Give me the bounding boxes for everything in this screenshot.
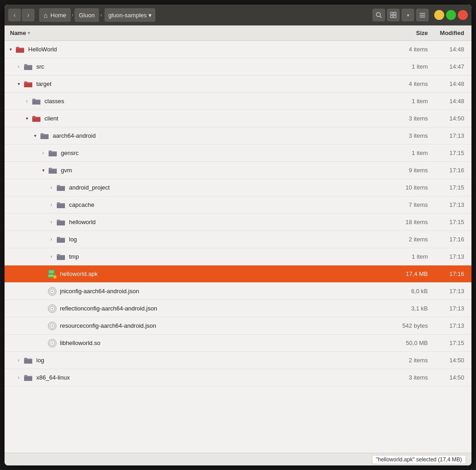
list-item[interactable]: › helloworld 18 items 17:15 [5, 214, 471, 231]
expand-button[interactable]: › [47, 253, 55, 261]
file-name-label: helloworld.apk [60, 270, 98, 277]
expand-button[interactable]: › [47, 201, 55, 209]
statusbar: "helloworld.apk" selected (17,4 MB) [5, 453, 471, 465]
list-item[interactable]: › x86_64-linux 3 items 14:50 [5, 369, 471, 386]
grid-view-icon [390, 12, 397, 18]
modified-cell: 14:48 [435, 80, 471, 87]
size-cell: 1 item [385, 253, 435, 260]
modified-cell: 17:16 [435, 270, 471, 277]
col-modified-header[interactable]: Modified [435, 30, 471, 36]
menu-button[interactable] [416, 9, 429, 21]
hamburger-icon [419, 13, 426, 18]
list-item[interactable]: › android_project 10 items 17:15 [5, 179, 471, 196]
list-item[interactable]: › tmp 1 item 17:13 [5, 248, 471, 265]
file-name-label: android_project [69, 184, 110, 191]
file-name-label: classes [45, 98, 64, 105]
modified-cell: 14:50 [435, 357, 471, 364]
folder-icon [15, 45, 25, 54]
breadcrumb-home-label: Home [50, 12, 66, 19]
expand-button[interactable]: › [15, 374, 23, 382]
collapse-button[interactable]: ▾ [6, 45, 15, 54]
file-name-label: resourceconfig-aarch64-android.json [60, 322, 156, 329]
view-grid-button[interactable] [387, 9, 400, 21]
no-expander [39, 322, 47, 330]
modified-cell: 14:48 [435, 46, 471, 53]
folder-icon [23, 373, 34, 382]
size-cell: 2 items [385, 236, 435, 243]
file-name-label: x86_64-linux [36, 374, 70, 381]
list-item[interactable]: › classes 1 item 14:48 [5, 93, 471, 110]
modified-col-label: Modified [440, 30, 464, 36]
modified-cell: 14:50 [435, 374, 471, 381]
list-item[interactable]: jniconfig-aarch64-android.json 6,0 kB 17… [5, 283, 471, 300]
expand-button[interactable]: › [47, 184, 55, 192]
modified-cell: 17:15 [435, 219, 471, 225]
file-name-cell: jniconfig-aarch64-android.json [5, 286, 385, 296]
breadcrumb: ⌂ Home › Gluon › gluon-samples ▾ [39, 8, 367, 22]
close-button[interactable]: ✕ [458, 10, 468, 20]
size-cell: 1 item [385, 98, 435, 105]
forward-button[interactable]: › [22, 9, 35, 21]
file-name-cell: libhelloworld.so [5, 338, 385, 348]
list-item[interactable]: › gensrc 1 item 17:15 [5, 145, 471, 162]
breadcrumb-sep1: › [71, 12, 74, 18]
modified-cell: 17:15 [435, 150, 471, 156]
breadcrumb-gluon[interactable]: Gluon [74, 8, 99, 22]
list-item[interactable]: › src 1 item 14:47 [5, 58, 471, 75]
file-name-label: HelloWorld [28, 46, 57, 53]
list-item[interactable]: › log 2 items 17:16 [5, 231, 471, 248]
file-name-label: jniconfig-aarch64-android.json [60, 288, 139, 295]
folder-icon [55, 183, 66, 192]
back-button[interactable]: ‹ [8, 9, 21, 21]
search-button[interactable] [372, 9, 385, 21]
list-item[interactable]: APK ! helloworld.apk 17,4 MB 17:16 [5, 265, 471, 283]
no-expander [39, 339, 47, 347]
collapse-button[interactable]: ▾ [39, 166, 47, 175]
col-name-header[interactable]: Name ▾ [5, 30, 385, 36]
expand-button[interactable]: › [47, 218, 55, 226]
modified-cell: 17:13 [435, 132, 471, 139]
list-item[interactable]: ▾ gvm 9 items 17:16 [5, 162, 471, 179]
maximize-button[interactable]: □ [446, 10, 456, 20]
list-item[interactable]: ▾ aarch64-android 3 items 17:13 [5, 127, 471, 145]
list-item[interactable]: ▾ client 3 items 14:50 [5, 110, 471, 127]
file-name-label: capcache [69, 201, 94, 208]
minimize-button[interactable]: − [434, 10, 444, 20]
list-item[interactable]: ▾ HelloWorld 4 items 14:48 [5, 41, 471, 58]
expand-button[interactable]: › [15, 356, 23, 365]
no-expander [39, 270, 47, 278]
breadcrumb-home[interactable]: ⌂ Home [39, 8, 71, 22]
list-item[interactable]: › capcache 7 items 17:13 [5, 196, 471, 214]
view-dropdown-button[interactable]: ▾ [402, 9, 414, 21]
col-size-header[interactable]: Size [385, 30, 435, 36]
file-manager-window: ‹ › ⌂ Home › Gluon › gluon-samples ▾ [5, 5, 471, 465]
folder-icon [31, 114, 42, 123]
breadcrumb-sep2: › [99, 12, 103, 18]
home-icon: ⌂ [44, 11, 48, 19]
size-cell: 4 items [385, 46, 435, 53]
expand-button[interactable]: › [15, 63, 23, 71]
list-item[interactable]: libhelloworld.so 50,0 MB 17:15 [5, 335, 471, 352]
size-cell: 2 items [385, 357, 435, 364]
svg-rect-5 [394, 15, 396, 18]
list-item[interactable]: reflectionconfig-aarch64-android.json 3,… [5, 300, 471, 317]
collapse-button[interactable]: ▾ [23, 115, 31, 123]
expand-button[interactable]: › [39, 149, 47, 157]
name-col-label: Name [10, 30, 26, 36]
collapse-button[interactable]: ▾ [31, 132, 39, 140]
list-item[interactable]: resourceconfig-aarch64-android.json 542 … [5, 317, 471, 335]
collapse-button[interactable]: ▾ [15, 80, 23, 88]
breadcrumb-gluon-samples[interactable]: gluon-samples ▾ [104, 8, 155, 22]
expand-button[interactable]: › [23, 97, 31, 105]
list-item[interactable]: ▾ target 4 items 14:48 [5, 75, 471, 93]
folder-icon [39, 131, 50, 140]
status-selected-text: "helloworld.apk" selected (17,4 MB) [372, 455, 466, 464]
svg-line-1 [380, 16, 382, 18]
expand-button[interactable]: › [47, 235, 55, 244]
svg-point-19 [51, 308, 53, 310]
svg-point-0 [377, 13, 381, 17]
file-name-label: src [36, 63, 44, 70]
list-item[interactable]: › log 2 items 14:50 [5, 352, 471, 369]
file-list[interactable]: ▾ HelloWorld 4 items 14:48 › src 1 item … [5, 41, 471, 453]
file-name-label: aarch64-android [53, 132, 96, 139]
